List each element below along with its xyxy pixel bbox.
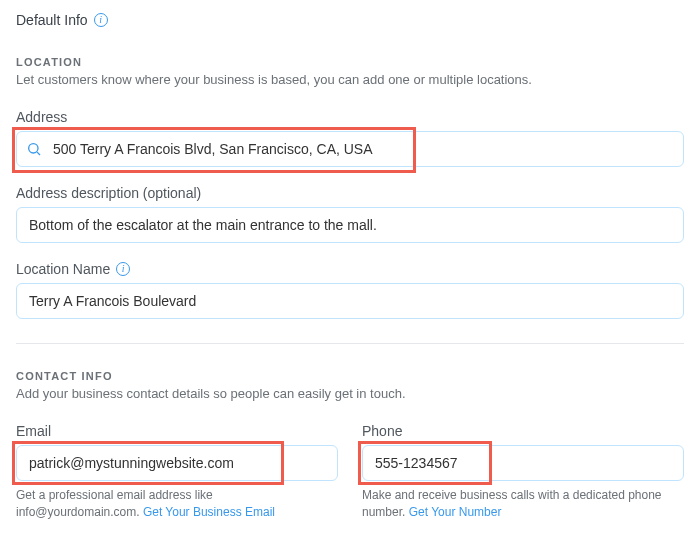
phone-input[interactable] xyxy=(362,445,684,481)
email-input-wrap xyxy=(16,445,338,481)
info-icon[interactable]: i xyxy=(116,262,130,276)
address-desc-input[interactable] xyxy=(16,207,684,243)
address-desc-label: Address description (optional) xyxy=(16,185,684,201)
phone-label: Phone xyxy=(362,423,684,439)
phone-field: Phone Make and receive business calls wi… xyxy=(362,423,684,521)
default-info-label: Default Info xyxy=(16,12,88,28)
location-section-title: LOCATION xyxy=(16,56,684,68)
phone-helper-text: Make and receive business calls with a d… xyxy=(362,488,662,519)
address-input[interactable] xyxy=(16,131,684,167)
default-info-row: Default Info i xyxy=(16,12,684,28)
phone-helper: Make and receive business calls with a d… xyxy=(362,487,684,521)
search-icon xyxy=(26,141,42,157)
address-field: Address xyxy=(16,109,684,167)
phone-input-wrap xyxy=(362,445,684,481)
section-divider xyxy=(16,343,684,344)
svg-line-1 xyxy=(37,152,40,155)
contact-section: CONTACT INFO Add your business contact d… xyxy=(16,370,684,521)
location-name-input[interactable] xyxy=(16,283,684,319)
address-input-wrap xyxy=(16,131,684,167)
address-desc-field: Address description (optional) xyxy=(16,185,684,243)
contact-section-desc: Add your business contact details so peo… xyxy=(16,386,684,401)
email-helper: Get a professional email address like in… xyxy=(16,487,338,521)
contact-section-title: CONTACT INFO xyxy=(16,370,684,382)
location-name-label: Location Name i xyxy=(16,261,684,277)
location-name-label-text: Location Name xyxy=(16,261,110,277)
address-label: Address xyxy=(16,109,684,125)
email-field: Email Get a professional email address l… xyxy=(16,423,338,521)
svg-point-0 xyxy=(29,144,38,153)
location-section-desc: Let customers know where your business i… xyxy=(16,72,684,87)
location-name-field: Location Name i xyxy=(16,261,684,319)
get-number-link[interactable]: Get Your Number xyxy=(409,505,502,519)
contact-two-col: Email Get a professional email address l… xyxy=(16,423,684,521)
get-business-email-link[interactable]: Get Your Business Email xyxy=(143,505,275,519)
email-label: Email xyxy=(16,423,338,439)
location-section: LOCATION Let customers know where your b… xyxy=(16,56,684,319)
info-icon[interactable]: i xyxy=(94,13,108,27)
email-input[interactable] xyxy=(16,445,338,481)
